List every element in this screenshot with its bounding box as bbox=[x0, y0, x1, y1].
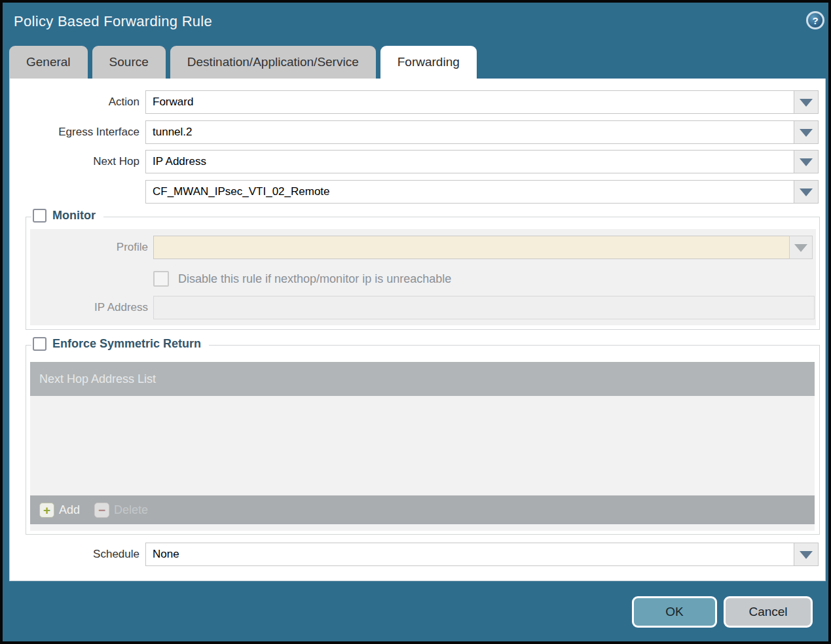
tab-general[interactable]: General bbox=[9, 46, 88, 79]
chevron-down-icon bbox=[800, 188, 813, 196]
monitor-checkbox[interactable] bbox=[33, 209, 46, 223]
monitor-legend: Monitor bbox=[31, 209, 103, 223]
plus-icon: + bbox=[39, 503, 54, 518]
disable-rule-label: Disable this rule if nexthop/monitor ip … bbox=[178, 269, 451, 289]
tab-source[interactable]: Source bbox=[92, 46, 166, 79]
schedule-dropdown-button[interactable] bbox=[794, 543, 819, 566]
dialog-frame: Policy Based Forwarding Rule ? General S… bbox=[3, 3, 828, 641]
chevron-down-icon bbox=[800, 551, 813, 559]
ok-button[interactable]: OK bbox=[632, 596, 717, 628]
delete-button[interactable]: − Delete bbox=[94, 503, 148, 518]
next-hop-address-dropdown-button[interactable] bbox=[794, 180, 819, 204]
chevron-down-icon bbox=[794, 244, 807, 252]
dialog-window: Policy Based Forwarding Rule ? General S… bbox=[0, 0, 831, 644]
monitor-section: Monitor Profile Disable this rule if nex… bbox=[26, 217, 820, 330]
chevron-down-icon bbox=[800, 99, 813, 107]
forwarding-tab-panel: Action Forward Egress Interface tunnel.2… bbox=[9, 79, 826, 581]
next-hop-type-select[interactable]: IP Address bbox=[145, 150, 794, 173]
monitor-ip-address-input[interactable] bbox=[153, 296, 815, 319]
symmetric-return-legend: Enforce Symmetric Return bbox=[31, 337, 209, 351]
monitor-ip-address-label: IP Address bbox=[26, 296, 148, 319]
help-icon[interactable]: ? bbox=[806, 11, 824, 29]
symmetric-return-legend-label: Enforce Symmetric Return bbox=[52, 337, 201, 351]
tab-forwarding[interactable]: Forwarding bbox=[380, 46, 477, 79]
monitor-profile-dropdown-button[interactable] bbox=[789, 236, 813, 259]
table-bottom-strip bbox=[30, 524, 815, 531]
profile-label: Profile bbox=[26, 236, 148, 259]
schedule-select[interactable]: None bbox=[145, 543, 794, 566]
tab-bar: General Source Destination/Application/S… bbox=[9, 46, 477, 79]
symmetric-return-section: Enforce Symmetric Return Next Hop Addres… bbox=[26, 345, 820, 535]
add-button-label: Add bbox=[59, 503, 80, 517]
next-hop-address-list-table: Next Hop Address List + Add − Delete bbox=[30, 362, 815, 531]
delete-button-label: Delete bbox=[114, 503, 148, 517]
next-hop-address-list-header: Next Hop Address List bbox=[30, 362, 815, 396]
next-hop-address-list-toolbar: + Add − Delete bbox=[30, 495, 815, 524]
disable-rule-checkbox[interactable] bbox=[153, 271, 169, 287]
next-hop-label: Next Hop bbox=[10, 150, 139, 173]
action-label: Action bbox=[10, 90, 139, 114]
add-button[interactable]: + Add bbox=[39, 503, 80, 518]
egress-interface-select[interactable]: tunnel.2 bbox=[145, 120, 794, 144]
minus-icon: − bbox=[94, 503, 109, 518]
schedule-label: Schedule bbox=[10, 543, 139, 566]
chevron-down-icon bbox=[800, 129, 813, 137]
dialog-title: Policy Based Forwarding Rule bbox=[14, 13, 212, 30]
enforce-symmetric-return-checkbox[interactable] bbox=[33, 337, 46, 351]
cancel-button[interactable]: Cancel bbox=[724, 596, 813, 628]
next-hop-address-list-body[interactable] bbox=[30, 396, 815, 495]
egress-interface-dropdown-button[interactable] bbox=[794, 120, 819, 144]
next-hop-dropdown-button[interactable] bbox=[794, 150, 819, 173]
action-dropdown-button[interactable] bbox=[794, 90, 819, 114]
action-select[interactable]: Forward bbox=[145, 90, 794, 114]
chevron-down-icon bbox=[800, 158, 813, 166]
monitor-legend-label: Monitor bbox=[52, 209, 96, 223]
monitor-profile-select[interactable] bbox=[153, 236, 790, 259]
next-hop-address-select[interactable]: CF_MWAN_IPsec_VTI_02_Remote bbox=[145, 180, 794, 204]
egress-interface-label: Egress Interface bbox=[10, 120, 139, 144]
tab-destination-application-service[interactable]: Destination/Application/Service bbox=[170, 46, 376, 79]
